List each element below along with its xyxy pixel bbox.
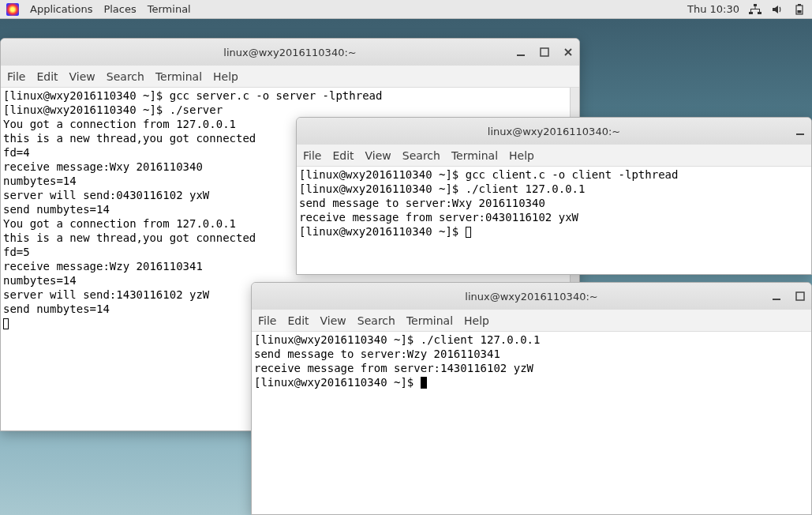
topbar-terminal[interactable]: Terminal [148,3,191,15]
svg-rect-9 [798,10,802,13]
terminal-output[interactable]: [linux@wxy2016110340 ~]$ gcc client.c -o… [297,167,811,274]
menu-search[interactable]: Search [402,149,440,162]
svg-rect-12 [796,133,804,135]
terminal-menubar: File Edit View Search Terminal Help [252,310,811,332]
terminal-output[interactable]: [linux@wxy2016110340 ~]$ ./client 127.0.… [252,332,811,514]
titlebar[interactable]: linux@wxy2016110340:~ [252,283,811,310]
titlebar[interactable]: linux@wxy2016110340:~ [297,118,811,145]
menu-help[interactable]: Help [213,70,238,83]
menu-file[interactable]: File [7,70,25,83]
menu-file[interactable]: File [258,314,276,327]
menu-terminal[interactable]: Terminal [451,149,498,162]
window-title: linux@wxy2016110340:~ [465,291,597,303]
menu-help[interactable]: Help [464,314,489,327]
menu-view[interactable]: View [365,149,391,162]
network-icon[interactable] [749,3,761,16]
maximize-button[interactable] [538,46,551,58]
terminal-menubar: File Edit View Search Terminal Help [1,66,579,88]
svg-rect-11 [541,48,548,56]
topbar-datetime[interactable]: Thu 10:30 [687,3,739,15]
window-title: linux@wxy2016110340:~ [223,47,356,58]
svg-rect-0 [754,4,757,6]
terminal-menubar: File Edit View Search Terminal Help [297,145,811,167]
cursor-icon [466,227,471,238]
menu-terminal[interactable]: Terminal [406,314,453,327]
minimize-button[interactable] [794,125,806,137]
svg-rect-10 [517,55,525,56]
menu-search[interactable]: Search [357,314,395,327]
desktop-topbar: Applications Places Terminal Thu 10:30 [0,0,812,19]
cursor-icon [421,377,427,389]
svg-rect-2 [750,9,760,9]
menu-terminal[interactable]: Terminal [155,70,202,83]
menu-edit[interactable]: Edit [287,314,309,327]
menu-help[interactable]: Help [509,149,534,162]
minimize-button[interactable] [770,290,783,303]
close-button[interactable] [562,46,574,58]
terminal-text: [linux@wxy2016110340 ~]$ gcc client.c -o… [299,168,678,238]
cursor-icon [3,318,9,329]
terminal-window-client2[interactable]: linux@wxy2016110340:~ File Edit View Sea… [251,282,812,515]
menu-view[interactable]: View [69,70,95,83]
menu-edit[interactable]: Edit [36,70,58,83]
svg-rect-6 [758,12,761,14]
menu-edit[interactable]: Edit [332,149,354,162]
app-logo-icon [6,3,19,16]
volume-icon[interactable] [771,3,784,16]
svg-rect-5 [749,12,753,14]
terminal-window-client1[interactable]: linux@wxy2016110340:~ File Edit View Sea… [296,117,812,275]
window-title: linux@wxy2016110340:~ [488,126,620,137]
menu-view[interactable]: View [320,314,346,327]
menu-search[interactable]: Search [107,70,144,83]
topbar-places[interactable]: Places [103,3,136,15]
titlebar[interactable]: linux@wxy2016110340:~ [1,39,579,66]
terminal-text: [linux@wxy2016110340 ~]$ ./client 127.0.… [254,333,540,389]
topbar-applications[interactable]: Applications [30,3,92,15]
menu-file[interactable]: File [303,149,321,162]
maximize-button[interactable] [794,290,806,303]
minimize-button[interactable] [515,46,527,58]
svg-rect-3 [750,9,751,12]
svg-rect-1 [755,6,756,9]
svg-rect-8 [798,4,801,6]
svg-rect-13 [773,299,780,300]
battery-icon[interactable] [793,3,806,16]
svg-rect-14 [796,292,804,300]
svg-rect-4 [759,9,760,12]
